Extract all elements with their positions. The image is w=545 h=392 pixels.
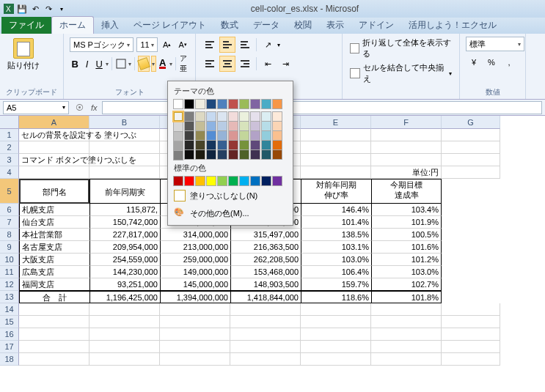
cell[interactable]: 115,872, <box>89 204 160 216</box>
color-swatch[interactable] <box>261 99 271 109</box>
color-swatch[interactable] <box>206 111 216 122</box>
cell[interactable] <box>19 328 89 341</box>
cell[interactable] <box>89 316 160 328</box>
font-color-button[interactable]: A <box>158 56 168 72</box>
color-swatch[interactable] <box>195 111 205 122</box>
cell[interactable] <box>19 341 89 353</box>
cell[interactable] <box>371 316 442 328</box>
color-swatch[interactable] <box>261 149 271 160</box>
cell[interactable]: 103.4% <box>371 204 442 216</box>
cell[interactable]: 259,000,000 <box>160 254 230 266</box>
cell[interactable]: 1,418,844,000 <box>230 291 301 303</box>
cell[interactable] <box>89 353 160 366</box>
row-header[interactable]: 8 <box>0 229 19 241</box>
cell[interactable] <box>301 129 371 141</box>
cell[interactable] <box>442 316 500 328</box>
increase-indent-button[interactable]: ⇥ <box>277 56 293 72</box>
color-swatch[interactable] <box>184 99 194 109</box>
row-header[interactable]: 10 <box>0 254 19 266</box>
color-swatch[interactable] <box>206 140 216 150</box>
color-swatch[interactable] <box>272 140 282 150</box>
paste-button[interactable]: 貼り付け <box>6 37 41 73</box>
color-swatch[interactable] <box>172 111 184 122</box>
cell[interactable] <box>89 303 160 316</box>
color-swatch[interactable] <box>173 122 183 132</box>
color-swatch[interactable] <box>206 130 216 141</box>
cell[interactable] <box>371 141 442 154</box>
tab-review[interactable]: 校閲 <box>287 17 319 34</box>
row-header[interactable]: 12 <box>0 278 19 291</box>
cell[interactable] <box>301 353 371 366</box>
cell[interactable]: 227,817,000 <box>89 229 160 241</box>
cell[interactable]: セルの背景を設定する 塗りつぶ <box>19 129 89 141</box>
cell[interactable] <box>442 353 500 366</box>
align-middle-button[interactable] <box>219 37 235 53</box>
cell[interactable]: 100.5% <box>371 229 442 241</box>
cell[interactable] <box>301 341 371 353</box>
fx-icon[interactable]: fx <box>87 103 102 112</box>
cell[interactable] <box>160 353 230 366</box>
row-header[interactable]: 3 <box>0 154 19 166</box>
cell[interactable]: 本社営業部 <box>19 229 89 241</box>
tab-page-layout[interactable]: ページ レイアウト <box>126 17 213 34</box>
cell[interactable] <box>301 141 371 154</box>
color-swatch[interactable] <box>217 149 227 160</box>
tab-addins[interactable]: アドイン <box>351 17 401 34</box>
cell[interactable]: 広島支店 <box>19 266 89 278</box>
wrap-text-button[interactable]: 折り返して全体を表示する <box>348 37 453 60</box>
cell[interactable]: 315,497,000 <box>230 229 301 241</box>
color-swatch[interactable] <box>239 99 249 109</box>
color-swatch[interactable] <box>206 99 216 109</box>
row-header[interactable]: 16 <box>0 328 19 341</box>
color-swatch[interactable] <box>261 111 271 122</box>
col-header-a[interactable]: A <box>19 116 89 129</box>
color-swatch[interactable] <box>250 176 260 186</box>
cell[interactable]: 144,230,000 <box>89 266 160 278</box>
cell[interactable] <box>160 303 230 316</box>
color-swatch[interactable] <box>250 130 260 141</box>
cell[interactable]: 大阪支店 <box>19 254 89 266</box>
cell[interactable]: 103.0% <box>301 254 371 266</box>
cell[interactable] <box>371 303 442 316</box>
color-swatch[interactable] <box>228 121 238 131</box>
comma-button[interactable]: , <box>501 54 517 70</box>
shrink-font-button[interactable]: A▾ <box>177 37 189 53</box>
cell[interactable]: 262,208,500 <box>230 254 301 266</box>
row-header[interactable]: 4 <box>0 166 19 179</box>
color-swatch[interactable] <box>250 121 260 131</box>
color-swatch[interactable] <box>195 176 205 186</box>
color-swatch[interactable] <box>272 121 282 131</box>
color-swatch[interactable] <box>217 111 227 122</box>
save-icon[interactable]: 💾 <box>16 3 28 15</box>
color-swatch[interactable] <box>184 111 194 122</box>
name-box[interactable]: A5▾ <box>3 101 69 114</box>
cell[interactable] <box>19 303 89 316</box>
tab-insert[interactable]: 挿入 <box>94 17 126 34</box>
color-swatch[interactable] <box>184 176 194 186</box>
color-swatch[interactable] <box>272 99 282 109</box>
cell[interactable] <box>89 166 160 179</box>
cell[interactable] <box>230 353 301 366</box>
row-header[interactable]: 18 <box>0 353 19 366</box>
cell[interactable]: 仙台支店 <box>19 216 89 229</box>
align-bottom-button[interactable] <box>237 37 253 53</box>
align-right-button[interactable] <box>237 56 253 72</box>
cell[interactable]: 101.9% <box>371 216 442 229</box>
cell[interactable]: 101.8% <box>371 291 442 303</box>
tab-util[interactable]: 活用しよう！エクセル <box>401 17 504 34</box>
cell[interactable]: 1,196,425,000 <box>89 291 160 303</box>
cell[interactable] <box>442 129 500 141</box>
color-swatch[interactable] <box>261 176 271 186</box>
underline-button[interactable]: U <box>94 56 104 72</box>
row-header[interactable]: 2 <box>0 141 19 154</box>
orientation-button[interactable]: ↗ <box>260 37 276 53</box>
tab-home[interactable]: ホーム <box>51 16 94 34</box>
color-swatch[interactable] <box>250 140 260 150</box>
cell[interactable]: 216,363,500 <box>230 241 301 254</box>
align-top-button[interactable] <box>202 37 218 53</box>
color-swatch[interactable] <box>228 176 238 186</box>
decrease-indent-button[interactable]: ⇤ <box>260 56 276 72</box>
redo-icon[interactable]: ↷ <box>43 3 54 15</box>
cell[interactable]: 103.1% <box>301 241 371 254</box>
cell[interactable] <box>19 316 89 328</box>
